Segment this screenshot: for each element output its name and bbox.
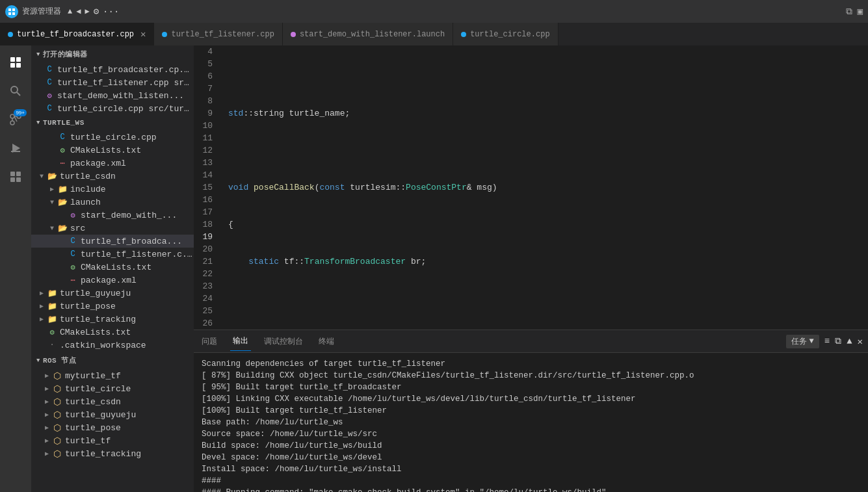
menu-toggle[interactable]: ▲ [68, 7, 72, 16]
more-icon[interactable]: ··· [103, 6, 119, 17]
workspace-header[interactable]: ▼ TURTLE_WS [31, 115, 194, 131]
sidebar-file-listener2[interactable]: C turtle_tf_listener.c... [31, 248, 194, 261]
tab-launch[interactable]: start_demo_with_listener.launch [283, 23, 453, 45]
app-icon [5, 5, 18, 18]
ros-circle-arrow: ▶ [42, 385, 52, 393]
open-file-broadcaster[interactable]: C turtle_tf_broadcaster.cp... [31, 63, 194, 76]
code-line-10 [228, 292, 868, 305]
svg-rect-3 [12, 12, 15, 15]
code-line-6 [228, 144, 868, 157]
sidebar-folder-src-label: src [70, 224, 85, 233]
gear-icon[interactable]: ⚙ [94, 6, 99, 17]
open-file-launch[interactable]: ⚙ start_demo_with_listen... [31, 89, 194, 102]
sidebar-folder-guyueju-label: turtle_guyueju [60, 289, 131, 298]
ros-header[interactable]: ▼ ROS 节点 [31, 352, 194, 369]
open-file-listener[interactable]: C turtle_tf_listener.cpp sr... [31, 76, 194, 89]
activity-source-control[interactable]: 99+ [4, 108, 27, 131]
terminal-output[interactable]: Scanning dependencies of target turtle_t… [194, 353, 868, 492]
sidebar-folder-src[interactable]: ▼ 📂 src [31, 222, 194, 235]
activity-explorer[interactable] [4, 51, 27, 74]
code-token: ( [315, 181, 320, 194]
workspace-arrow: ▼ [36, 120, 40, 126]
sidebar-file-cmake2[interactable]: ⚙ CMakeLists.txt [31, 261, 194, 274]
sidebar-folder-csdn[interactable]: ▼ 📂 turtle_csdn [31, 170, 194, 183]
tab-broadcaster[interactable]: turtle_tf_broadcaster.cpp ✕ [0, 23, 154, 45]
code-token: tf:: [279, 255, 304, 268]
sidebar-folder-include[interactable]: ▶ 📁 include [31, 183, 194, 196]
sidebar-folder-pose-label: turtle_pose [60, 302, 116, 311]
ln12: 12 [194, 144, 218, 157]
layout-icon[interactable]: ▣ [858, 6, 863, 17]
sidebar-file-cmake-root[interactable]: ⚙ CMakeLists.txt [31, 326, 194, 339]
expand-panel-icon[interactable]: ▲ [847, 336, 852, 346]
sidebar-file-broadcaster[interactable]: C turtle_tf_broadca... [31, 235, 194, 248]
ros-label: ROS 节点 [43, 356, 76, 365]
ros-guyueju-arrow: ▶ [42, 411, 52, 419]
ln14: 14 [194, 169, 218, 181]
sidebar-folder-tracking[interactable]: ▶ 📁 turtle_tracking [31, 313, 194, 326]
activity-search[interactable] [4, 79, 27, 103]
split-terminal-icon[interactable]: ⧉ [835, 336, 841, 346]
ln21: 21 [194, 255, 218, 268]
tab-listener[interactable]: turtle_tf_listener.cpp [154, 23, 282, 45]
sidebar-folder-tracking-label: turtle_tracking [60, 315, 136, 324]
close-panel-icon[interactable]: ✕ [858, 336, 863, 347]
activity-extensions[interactable] [4, 165, 27, 188]
ros-myturtle[interactable]: ▶ ⬡ myturtle_tf [31, 369, 194, 382]
sidebar-folder-guyueju[interactable]: ▶ 📁 turtle_guyueju [31, 287, 194, 300]
sidebar-folder-launch[interactable]: ▼ 📂 launch [31, 196, 194, 209]
tab-problems[interactable]: 问题 [199, 332, 220, 351]
sidebar-file-cmake[interactable]: ⚙ CMakeLists.txt [31, 144, 194, 157]
ros-csdn[interactable]: ▶ ⬡ turtle_csdn [31, 395, 194, 408]
sidebar-file-start-demo-label: start_demo_with_... [81, 211, 177, 220]
folder-launch-icon: 📂 [57, 197, 68, 207]
task-dropdown[interactable]: 任务 ▼ [786, 335, 819, 348]
sidebar-file-catkin-label: .catkin_workspace [60, 341, 146, 350]
activity-run[interactable] [4, 136, 27, 160]
cmake2-icon: ⚙ [68, 262, 78, 272]
ln17: 17 [194, 206, 218, 218]
open-file-launch-label: start_demo_with_listen... [57, 91, 184, 101]
tab-output[interactable]: 输出 [230, 331, 251, 351]
split-editor-icon[interactable]: ⧉ [846, 6, 852, 17]
code-token: { [228, 218, 233, 231]
open-file-circle[interactable]: C turtle_circle.cpp src/turtl... [31, 102, 194, 115]
ln11: 11 [194, 132, 218, 144]
sidebar-file-package2[interactable]: ⋯ package.xml [31, 274, 194, 287]
code-editor[interactable]: 4 5 6 7 8 9 10 11 12 13 14 15 16 17 18 1… [194, 45, 868, 330]
ros-tf[interactable]: ▶ ⬡ turtle_tf [31, 434, 194, 447]
ros-guyueju[interactable]: ▶ ⬡ turtle_guyueju [31, 408, 194, 421]
sidebar-file-package[interactable]: ⋯ package.xml [31, 157, 194, 170]
svg-rect-14 [11, 151, 20, 152]
src-arrow: ▼ [47, 225, 57, 232]
tab-terminal[interactable]: 终端 [316, 332, 337, 351]
sidebar-file-catkin[interactable]: · .catkin_workspace [31, 339, 194, 352]
ros-node-arrow: ▶ [42, 372, 52, 380]
sidebar-file-cmake2-label: CMakeLists.txt [81, 263, 151, 272]
ros-pose-arrow: ▶ [42, 424, 52, 432]
ros-tracking[interactable]: ▶ ⬡ turtle_tracking [31, 447, 194, 460]
ros-pose[interactable]: ▶ ⬡ turtle_pose [31, 421, 194, 434]
tab-icon-broadcaster [8, 32, 13, 37]
ln9: 9 [194, 107, 218, 120]
sidebar-folder-pose[interactable]: ▶ 📁 turtle_pose [31, 300, 194, 313]
title-bar: 资源管理器 ▲ ◀ ▶ ⚙ ··· ⧉ ▣ [0, 0, 868, 23]
code-token: std [228, 107, 243, 120]
svg-rect-2 [8, 12, 11, 15]
terminal-panel: 问题 输出 调试控制台 终端 任务 ▼ ≡ ⧉ ▲ ✕ Scanning dep… [194, 330, 868, 492]
svg-rect-6 [10, 63, 15, 68]
ros-circle[interactable]: ▶ ⬡ turtle_circle [31, 382, 194, 395]
tab-close-broadcaster[interactable]: ✕ [140, 29, 146, 40]
filter-icon[interactable]: ≡ [824, 336, 830, 346]
sidebar-file-circle[interactable]: C turtle_circle.cpp [31, 131, 194, 144]
nav-forward[interactable]: ▶ [85, 6, 89, 16]
sidebar-file-broadcaster-label: turtle_tf_broadca... [81, 237, 182, 246]
nav-back[interactable]: ◀ [76, 6, 81, 16]
sidebar-file-start-demo[interactable]: ⚙ start_demo_with_... [31, 209, 194, 222]
tab-debug-console[interactable]: 调试控制台 [261, 332, 306, 351]
cpp-icon-2: C [44, 77, 55, 88]
tab-circle[interactable]: turtle_circle.cpp [453, 23, 558, 45]
line-numbers: 4 5 6 7 8 9 10 11 12 13 14 15 16 17 18 1… [194, 45, 223, 330]
tab-icon-listener [162, 32, 167, 37]
open-editors-header[interactable]: ▼ 打开的编辑器 [31, 45, 194, 63]
